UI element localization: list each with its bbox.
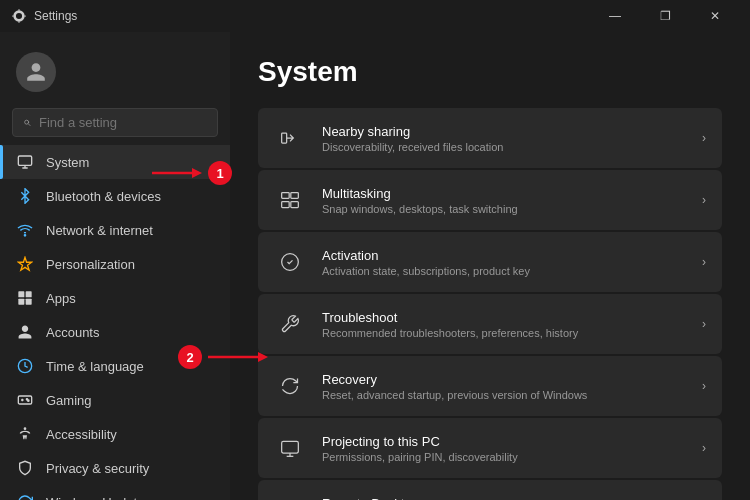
sidebar-item-label: Gaming xyxy=(46,393,92,408)
titlebar-left: Settings xyxy=(12,9,77,23)
maximize-button[interactable]: ❐ xyxy=(642,0,688,32)
setting-title: Nearby sharing xyxy=(322,124,686,139)
setting-item-multitasking[interactable]: Multitasking Snap windows, desktops, tas… xyxy=(258,170,722,230)
privacy-icon xyxy=(16,459,34,477)
setting-title: Remote Desktop xyxy=(322,496,686,501)
setting-item-remote-desktop[interactable]: Remote Desktop Remote Desktop users, con… xyxy=(258,480,722,500)
avatar xyxy=(16,52,56,92)
accounts-icon xyxy=(16,323,34,341)
chevron-right-icon: › xyxy=(702,131,706,145)
apps-icon xyxy=(16,289,34,307)
chevron-right-icon: › xyxy=(702,193,706,207)
setting-desc: Permissions, pairing PIN, discoverabilit… xyxy=(322,451,686,463)
sidebar-item-accounts[interactable]: Accounts xyxy=(0,315,230,349)
sidebar-item-label: Apps xyxy=(46,291,76,306)
svg-point-1 xyxy=(24,235,25,236)
titlebar: Settings — ❐ ✕ xyxy=(0,0,750,32)
sidebar-item-label: System xyxy=(46,155,89,170)
update-icon xyxy=(16,493,34,500)
sidebar-item-label: Network & internet xyxy=(46,223,153,238)
svg-rect-4 xyxy=(18,299,24,305)
nearby-sharing-icon xyxy=(274,122,306,154)
remote-desktop-icon xyxy=(274,494,306,500)
search-box[interactable] xyxy=(12,108,218,137)
svg-rect-5 xyxy=(26,299,32,305)
setting-title: Activation xyxy=(322,248,686,263)
sidebar-item-accessibility[interactable]: Accessibility xyxy=(0,417,230,451)
main-container: System Bluetooth & devices Network & int… xyxy=(0,32,750,500)
settings-app-icon xyxy=(12,9,26,23)
setting-desc: Activation state, subscriptions, product… xyxy=(322,265,686,277)
setting-item-nearby-sharing[interactable]: Nearby sharing Discoverability, received… xyxy=(258,108,722,168)
titlebar-title: Settings xyxy=(34,9,77,23)
sidebar-item-privacy[interactable]: Privacy & security xyxy=(0,451,230,485)
svg-rect-19 xyxy=(282,441,299,453)
sidebar-item-label: Personalization xyxy=(46,257,135,272)
search-input[interactable] xyxy=(39,115,207,130)
titlebar-controls: — ❐ ✕ xyxy=(592,0,738,32)
projecting-icon xyxy=(274,432,306,464)
setting-item-troubleshoot[interactable]: Troubleshoot Recommended troubleshooters… xyxy=(258,294,722,354)
time-icon xyxy=(16,357,34,375)
setting-title: Recovery xyxy=(322,372,686,387)
sidebar-item-update[interactable]: Windows Update xyxy=(0,485,230,500)
svg-rect-3 xyxy=(26,291,32,297)
setting-item-projecting[interactable]: Projecting to this PC Permissions, pairi… xyxy=(258,418,722,478)
chevron-right-icon: › xyxy=(702,255,706,269)
sidebar-item-label: Windows Update xyxy=(46,495,144,501)
sidebar-item-personalization[interactable]: Personalization xyxy=(0,247,230,281)
minimize-button[interactable]: — xyxy=(592,0,638,32)
personalization-icon xyxy=(16,255,34,273)
gaming-icon xyxy=(16,391,34,409)
svg-rect-16 xyxy=(282,202,290,208)
setting-desc: Snap windows, desktops, task switching xyxy=(322,203,686,215)
sidebar-item-label: Accessibility xyxy=(46,427,117,442)
nav-list: System Bluetooth & devices Network & int… xyxy=(0,145,230,500)
svg-rect-14 xyxy=(282,193,290,199)
setting-desc: Recommended troubleshooters, preferences… xyxy=(322,327,686,339)
sidebar-item-label: Accounts xyxy=(46,325,99,340)
svg-rect-13 xyxy=(282,133,287,143)
chevron-right-icon: › xyxy=(702,317,706,331)
user-avatar-area xyxy=(0,44,230,108)
svg-rect-7 xyxy=(18,396,31,404)
sidebar-item-label: Privacy & security xyxy=(46,461,149,476)
setting-desc: Discoverability, received files location xyxy=(322,141,686,153)
bluetooth-icon xyxy=(16,187,34,205)
sidebar-item-bluetooth[interactable]: Bluetooth & devices xyxy=(0,179,230,213)
network-icon xyxy=(16,221,34,239)
chevron-right-icon: › xyxy=(702,441,706,455)
sidebar-item-apps[interactable]: Apps xyxy=(0,281,230,315)
setting-item-recovery[interactable]: Recovery Reset, advanced startup, previo… xyxy=(258,356,722,416)
close-button[interactable]: ✕ xyxy=(692,0,738,32)
sidebar-item-time[interactable]: Time & language xyxy=(0,349,230,383)
setting-title: Projecting to this PC xyxy=(322,434,686,449)
sidebar: System Bluetooth & devices Network & int… xyxy=(0,32,230,500)
sidebar-item-label: Bluetooth & devices xyxy=(46,189,161,204)
setting-item-activation[interactable]: Activation Activation state, subscriptio… xyxy=(258,232,722,292)
svg-point-11 xyxy=(28,400,29,401)
svg-point-12 xyxy=(24,427,27,430)
content-area: System Nearby sharing Discoverability, r… xyxy=(230,32,750,500)
sidebar-item-system[interactable]: System xyxy=(0,145,230,179)
setting-title: Multitasking xyxy=(322,186,686,201)
user-icon xyxy=(25,61,47,83)
system-icon xyxy=(16,153,34,171)
svg-rect-17 xyxy=(291,202,299,208)
multitasking-icon xyxy=(274,184,306,216)
setting-title: Troubleshoot xyxy=(322,310,686,325)
svg-rect-15 xyxy=(291,193,299,199)
troubleshoot-icon xyxy=(274,308,306,340)
setting-desc: Reset, advanced startup, previous versio… xyxy=(322,389,686,401)
sidebar-item-label: Time & language xyxy=(46,359,144,374)
chevron-right-icon: › xyxy=(702,379,706,393)
sidebar-item-gaming[interactable]: Gaming xyxy=(0,383,230,417)
activation-icon xyxy=(274,246,306,278)
sidebar-item-network[interactable]: Network & internet xyxy=(0,213,230,247)
svg-rect-0 xyxy=(18,156,31,165)
svg-rect-2 xyxy=(18,291,24,297)
settings-list: Nearby sharing Discoverability, received… xyxy=(258,108,722,500)
search-icon xyxy=(23,116,31,129)
page-title: System xyxy=(258,56,722,88)
recovery-icon xyxy=(274,370,306,402)
